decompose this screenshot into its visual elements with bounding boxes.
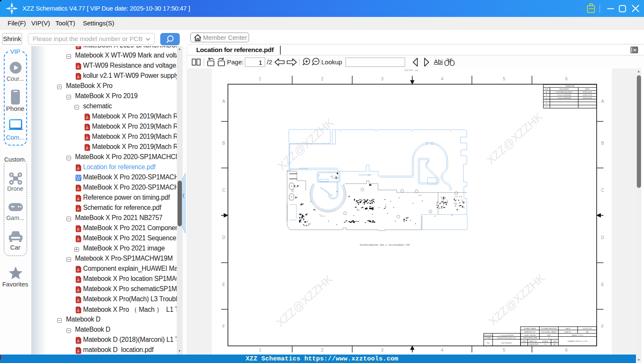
svg-text:3: 3 — [381, 348, 384, 352]
svg-text:2018-12-28: 2018-12-28 — [583, 94, 592, 96]
svg-text:DRAWING NO.: DRAWING NO. — [524, 330, 536, 333]
svg-text:XZZ@XZZHK: XZZ@XZZHK — [486, 271, 547, 328]
svg-text:XZZ@XZZHK: XZZ@XZZHK — [274, 272, 335, 329]
svg-text:VERSIONS: VERSIONS — [565, 85, 575, 87]
svg-text:LiChao 00185586: LiChao 00185586 — [557, 96, 571, 99]
svg-text:SP2MACHRW19M VER.C SILKSCREEN: SP2MACHRW19M VER.C SILKSCREEN TOP — [360, 244, 410, 247]
svg-text:E: E — [601, 282, 604, 287]
svg-text:DATE: DATE — [566, 327, 570, 329]
svg-text:XZZ@XZZHK: XZZ@XZZHK — [484, 110, 545, 167]
svg-text:TEL: TEL — [487, 341, 490, 344]
svg-text:LiChao 00185580: LiChao 00185580 — [557, 94, 571, 96]
svg-text:C: C — [546, 96, 547, 99]
svg-text:SHEET 1 OF 2: SHEET 1 OF 2 — [572, 334, 584, 336]
svg-text:5: 5 — [503, 348, 505, 352]
svg-text:B: B — [601, 141, 604, 146]
svg-text:D: D — [601, 235, 604, 240]
svg-text:XZZ PDF - pdf: XZZ PDF - pdf — [404, 69, 418, 72]
svg-text:Li Chao 00185580: Li Chao 00185580 — [499, 334, 514, 336]
svg-text:XZZ@XZZHK: XZZ@XZZHK — [275, 116, 336, 173]
svg-text:1: 1 — [259, 77, 261, 81]
svg-text:03025YEH: 03025YEH — [529, 343, 538, 345]
svg-text:D: D — [222, 235, 225, 240]
svg-text:BOARD NAME: BOARD NAME — [524, 327, 536, 329]
svg-text:2018-12-05: 2018-12-05 — [583, 91, 592, 93]
svg-text:F: F — [222, 324, 225, 329]
svg-text:2: 2 — [321, 77, 323, 81]
svg-text:DESIGNED: DESIGNED — [484, 334, 493, 336]
svg-text:A: A — [601, 99, 604, 104]
svg-text:2: 2 — [321, 348, 323, 352]
svg-text:QSA NO.: QSA NO. — [564, 330, 571, 333]
svg-text:VER: VER — [522, 340, 526, 342]
svg-text:4: 4 — [441, 77, 444, 81]
svg-text:C: C — [222, 188, 225, 192]
svg-text:C: C — [601, 188, 604, 192]
svg-text:SP2MACHRW19M: SP2MACHRW19M — [541, 327, 556, 329]
svg-text:3: 3 — [381, 77, 384, 81]
svg-text:4: 4 — [441, 348, 444, 352]
svg-text:C: C — [523, 343, 525, 345]
svg-text:B: B — [546, 94, 547, 96]
svg-text:LOUYINB 00474206: LOUYINB 00474206 — [556, 91, 573, 93]
svg-text:E-MAIL: E-MAIL — [485, 337, 492, 339]
svg-text:A2: A2 — [554, 343, 556, 345]
svg-text:SIZE: SIZE — [553, 340, 557, 342]
svg-text:2019-01-30: 2019-01-30 — [583, 96, 592, 99]
svg-text:DESIGNER: DESIGNER — [559, 88, 569, 90]
svg-text:D: D — [546, 99, 547, 102]
svg-text:2019-01-30: 2019-01-30 — [583, 327, 592, 329]
svg-text:NA: NA — [586, 330, 589, 333]
svg-text:F: F — [546, 105, 547, 107]
svg-text:OPEN WINDOWS: OPEN WINDOWS — [523, 337, 537, 339]
svg-text:A: A — [222, 99, 225, 104]
svg-text:SPELL MODE: SPELL MODE — [524, 334, 536, 336]
svg-text:SW2: SW2 — [547, 334, 551, 336]
svg-text:1:1: 1:1 — [544, 343, 546, 345]
svg-text:DATE: DATE — [585, 88, 590, 90]
svg-text:6: 6 — [565, 348, 568, 352]
svg-text:5: 5 — [503, 77, 505, 81]
svg-text:E: E — [546, 102, 547, 104]
svg-text:F: F — [601, 324, 604, 329]
svg-text:lilihao521@huawei.com: lilihao521@huawei.com — [497, 337, 516, 339]
svg-text:A: A — [546, 91, 547, 93]
svg-text:E: E — [222, 282, 225, 287]
svg-text:VER: VER — [545, 88, 548, 90]
svg-text:6: 6 — [565, 77, 568, 81]
svg-text:1: 1 — [259, 348, 261, 352]
svg-text:HUAWEI TECH CO.,LTD: HUAWEI TECH CO.,LTD — [567, 340, 587, 342]
svg-text:SCALE: SCALE — [543, 340, 548, 342]
svg-text:PART NO.: PART NO. — [529, 340, 537, 342]
svg-text:13377842007: 13377842007 — [501, 341, 512, 344]
svg-text:4: 4 — [548, 337, 550, 339]
svg-text:03011NEA_CAM24: 03011NEA_CAM24 — [541, 330, 557, 333]
svg-text:B: B — [222, 141, 225, 146]
